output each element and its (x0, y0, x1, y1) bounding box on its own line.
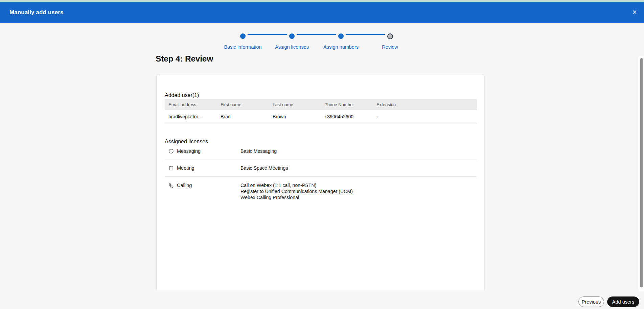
license-value: Register to Unified Communications Manag… (240, 189, 353, 195)
stepper-step-assign-numbers[interactable]: Assign numbers (314, 32, 368, 51)
step-label: Assign numbers (314, 44, 368, 50)
license-label: Meeting (177, 165, 194, 171)
stepper: Basic information Assign licenses Assign… (0, 30, 644, 52)
cell-first-name: Brad (217, 114, 269, 119)
calendar-icon (168, 165, 174, 171)
scrollbar[interactable] (638, 56, 644, 291)
chat-bubble-icon (168, 148, 174, 154)
scrollbar-thumb[interactable] (640, 58, 643, 287)
cell-phone-number: +3906452600 (321, 114, 373, 119)
license-value: Call on Webex (1:1 call, non-PSTN) (240, 183, 353, 189)
review-card: Added user(1) Email address First name L… (156, 74, 485, 290)
column-header-extension: Extension (373, 102, 477, 107)
previous-button[interactable]: Previous (578, 296, 604, 307)
step-dot-complete (338, 33, 344, 39)
step-dot-current (387, 33, 393, 39)
step-dot-complete (240, 33, 246, 39)
phone-handset-icon (168, 183, 174, 188)
modal-title: Manually add users (9, 9, 64, 16)
stepper-step-basic-information[interactable]: Basic information (216, 32, 270, 51)
page-title: Step 4: Review (156, 54, 213, 64)
assigned-licenses-list: Messaging Basic Messaging Meeting Basic … (165, 144, 477, 200)
license-row-meeting: Meeting Basic Space Meetings (165, 160, 477, 177)
stepper-step-assign-licenses[interactable]: Assign licenses (265, 32, 319, 51)
cell-extension: - (373, 114, 477, 119)
table-header-row: Email address First name Last name Phone… (165, 99, 477, 110)
close-icon: ✕ (632, 9, 637, 15)
table-row: bradliveplatfor... Brad Brown +390645260… (165, 110, 477, 123)
license-label: Calling (177, 183, 192, 188)
close-button[interactable]: ✕ (629, 6, 640, 18)
column-header-first-name: First name (217, 102, 269, 107)
column-header-phone-number: Phone Number (321, 102, 373, 107)
modal-header: Manually add users ✕ (0, 2, 644, 23)
step-label: Assign licenses (265, 44, 319, 50)
step-label: Review (363, 44, 417, 50)
cell-email: bradliveplatfor... (165, 114, 217, 119)
license-row-messaging: Messaging Basic Messaging (165, 144, 477, 160)
license-value: Basic Messaging (240, 148, 277, 154)
cell-last-name: Brown (269, 114, 321, 119)
added-users-table: Email address First name Last name Phone… (165, 99, 477, 123)
add-users-button[interactable]: Add users (607, 296, 639, 307)
stepper-step-review[interactable]: Review (363, 32, 417, 51)
license-row-calling: Calling Call on Webex (1:1 call, non-PST… (165, 177, 477, 200)
license-value: Webex Calling Professional (240, 195, 353, 201)
license-value: Basic Space Meetings (240, 165, 288, 171)
column-header-email: Email address (165, 102, 217, 107)
added-users-title: Added user(1) (165, 92, 199, 98)
step-label: Basic information (216, 44, 270, 50)
column-header-last-name: Last name (269, 102, 321, 107)
step-dot-complete (289, 33, 295, 39)
license-label: Messaging (177, 148, 201, 154)
